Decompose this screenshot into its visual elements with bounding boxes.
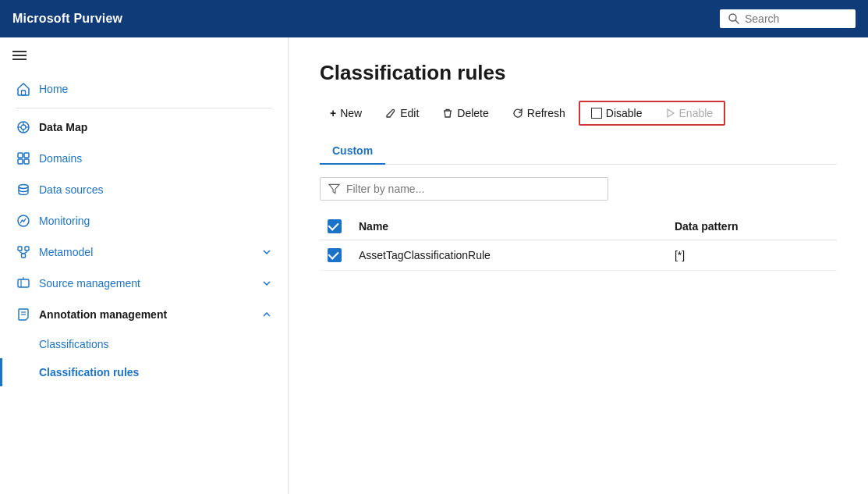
filter-icon [328,183,340,195]
svg-rect-16 [25,247,29,251]
row-data-pattern: [*] [667,240,837,271]
disable-enable-group: Disable Enable [579,101,725,126]
content-area: Classification rules New Edit Delete [289,37,868,494]
col-name: Name [351,213,667,240]
hamburger-button[interactable] [0,37,288,73]
delete-icon [442,108,453,119]
chevron-down-icon-2 [261,278,272,289]
tabs: Custom [320,138,837,165]
sidebar-item-monitoring-label: Monitoring [39,215,90,227]
edit-button[interactable]: Edit [375,101,429,126]
svg-rect-10 [24,153,29,158]
sidebar-item-monitoring[interactable]: Monitoring [0,205,288,236]
row-checkbox-cell [320,240,351,271]
enable-label: Enable [679,107,714,119]
search-box[interactable] [720,9,856,28]
monitoring-icon [16,213,31,229]
svg-rect-12 [24,159,29,164]
col-checkbox [320,213,351,240]
sidebar-item-domains[interactable]: Domains [0,143,288,174]
sidebar-item-domains-label: Domains [39,152,82,165]
svg-rect-22 [18,279,29,287]
row-name: AssetTagClassificationRule [351,240,667,271]
svg-rect-2 [22,91,26,95]
disable-icon [591,108,602,119]
edit-icon [385,108,396,119]
svg-rect-11 [18,159,23,164]
classification-rules-table: Name Data pattern AssetTagClassification… [320,213,837,271]
new-button[interactable]: New [320,101,372,126]
svg-point-13 [19,185,28,189]
sidebar-item-data-map-label: Data Map [39,121,87,133]
sidebar-sub-item-classifications-label: Classifications [39,338,108,350]
sidebar-item-metamodel[interactable]: Metamodel [0,236,288,268]
sidebar-sub-item-classifications[interactable]: Classifications [0,330,288,358]
delete-label: Delete [457,107,488,119]
sidebar-item-data-sources-label: Data sources [39,183,103,196]
sidebar-item-home-label: Home [39,83,68,95]
filter-box[interactable] [320,177,608,201]
refresh-icon [512,108,523,119]
page-title: Classification rules [320,61,837,85]
domains-icon [16,151,31,166]
sidebar-item-annotation-management[interactable]: Annotation management [0,299,288,330]
refresh-button[interactable]: Refresh [502,101,576,126]
tab-custom[interactable]: Custom [320,138,385,165]
plus-icon [330,107,336,119]
new-label: New [340,107,362,119]
col-data-pattern: Data pattern [667,213,837,240]
sidebar-divider [16,108,272,108]
edit-label: Edit [400,107,419,119]
sidebar-item-source-management-label: Source management [39,277,140,290]
sidebar-sub-item-classification-rules[interactable]: Classification rules [0,358,288,386]
delete-button[interactable]: Delete [432,101,498,126]
disable-button[interactable]: Disable [580,102,654,124]
search-input[interactable] [745,12,846,25]
data-map-icon [16,119,31,135]
row-checkbox[interactable] [328,248,342,262]
refresh-label: Refresh [527,107,565,119]
search-icon [728,12,740,25]
svg-marker-28 [329,184,339,193]
sidebar-item-source-management[interactable]: Source management [0,268,288,299]
tab-custom-label: Custom [332,144,373,157]
play-icon [664,108,675,119]
toolbar: New Edit Delete Refresh [320,101,837,126]
svg-point-4 [21,125,26,130]
source-management-icon [16,275,31,291]
svg-line-1 [735,20,739,23]
sidebar-item-data-map[interactable]: Data Map [0,112,288,143]
disable-label: Disable [606,107,643,119]
sidebar-item-data-sources[interactable]: Data sources [0,174,288,205]
annotation-management-icon [16,307,31,322]
svg-rect-15 [18,247,22,251]
sidebar-item-annotation-management-label: Annotation management [39,308,167,321]
chevron-down-icon [261,247,272,258]
sidebar-item-metamodel-label: Metamodel [39,246,93,258]
svg-rect-9 [18,153,23,158]
main-layout: Home Data Map Domains [0,37,868,494]
table-row: AssetTagClassificationRule [*] [320,240,837,271]
table-header-row: Name Data pattern [320,213,837,240]
sidebar-sub-item-classification-rules-label: Classification rules [39,366,139,378]
app-title: Microsoft Purview [12,12,122,26]
metamodel-icon [16,244,31,260]
enable-button[interactable]: Enable [654,102,725,124]
filter-input[interactable] [346,183,600,195]
chevron-up-icon [261,309,272,320]
svg-marker-27 [668,109,674,117]
svg-rect-17 [22,254,26,258]
sidebar-item-home[interactable]: Home [0,73,288,105]
data-sources-icon [16,182,31,197]
app-header: Microsoft Purview [0,0,868,37]
home-icon [16,81,31,97]
sidebar: Home Data Map Domains [0,37,289,494]
select-all-checkbox[interactable] [328,219,342,233]
